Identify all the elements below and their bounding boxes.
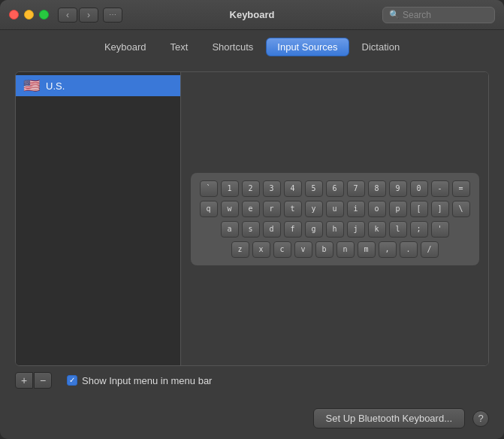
key-comma: , <box>379 241 397 258</box>
key-p: p <box>389 201 407 217</box>
key-period: . <box>400 241 418 258</box>
traffic-lights <box>9 10 49 20</box>
key-g: g <box>305 221 323 238</box>
key-y: y <box>305 201 323 217</box>
key-w: w <box>221 201 239 217</box>
key-o: o <box>368 201 386 217</box>
key-q: q <box>200 201 218 217</box>
bottom-controls: + − ✓ Show Input menu in menu bar <box>15 372 489 389</box>
grid-button[interactable]: ⋯ <box>103 8 122 23</box>
search-icon: 🔍 <box>389 10 400 20</box>
main-panel: 🇺🇸 U.S. ` 1 2 3 4 5 6 7 <box>15 71 489 366</box>
back-button[interactable]: ‹ <box>58 8 77 23</box>
titlebar: ‹ › ⋯ Keyboard 🔍 <box>0 0 504 30</box>
show-input-menu-checkbox[interactable]: ✓ <box>67 375 77 386</box>
window-title: Keyboard <box>230 9 275 20</box>
checkmark-icon: ✓ <box>69 377 75 384</box>
key-a: a <box>221 221 239 238</box>
key-9: 9 <box>389 180 407 197</box>
key-f: f <box>284 221 302 238</box>
key-equals: = <box>452 180 470 197</box>
key-8: 8 <box>368 180 386 197</box>
key-lbracket: [ <box>410 201 428 217</box>
key-backtick: ` <box>200 180 218 197</box>
content-area: 🇺🇸 U.S. ` 1 2 3 4 5 6 7 <box>0 62 504 401</box>
input-source-list: 🇺🇸 U.S. <box>16 72 181 365</box>
key-quote: ' <box>431 221 449 238</box>
us-flag-icon: 🇺🇸 <box>23 79 40 92</box>
key-h: h <box>326 221 344 238</box>
key-6: 6 <box>326 180 344 197</box>
key-x: x <box>252 241 270 258</box>
tab-dictation[interactable]: Dictation <box>351 38 412 56</box>
key-slash: / <box>421 241 439 258</box>
key-u: u <box>326 201 344 217</box>
keyboard-widget: ` 1 2 3 4 5 6 7 8 9 0 - = <box>191 173 479 265</box>
keyboard-preview-area: ` 1 2 3 4 5 6 7 8 9 0 - = <box>181 72 488 365</box>
tab-text[interactable]: Text <box>159 38 200 56</box>
key-n: n <box>337 241 355 258</box>
key-i: i <box>347 201 365 217</box>
key-m: m <box>358 241 376 258</box>
nav-buttons: ‹ › <box>58 8 98 23</box>
key-v: v <box>294 241 312 258</box>
key-row-4: z x c v b n m , . / <box>200 241 470 258</box>
footer: Set Up Bluetooth Keyboard... ? <box>0 401 504 439</box>
close-button[interactable] <box>9 10 19 20</box>
forward-button[interactable]: › <box>79 8 98 23</box>
search-input[interactable] <box>403 10 488 20</box>
key-d: d <box>263 221 281 238</box>
key-z: z <box>231 241 249 258</box>
remove-source-button[interactable]: − <box>34 372 52 389</box>
key-j: j <box>347 221 365 238</box>
key-k: k <box>368 221 386 238</box>
key-minus: - <box>431 180 449 197</box>
key-e: e <box>242 201 260 217</box>
key-row-3: a s d f g h j k l ; ' <box>200 221 470 238</box>
show-input-menu-row: ✓ Show Input menu in menu bar <box>67 375 212 386</box>
key-semicolon: ; <box>410 221 428 238</box>
key-3: 3 <box>263 180 281 197</box>
input-source-label: U.S. <box>46 80 65 92</box>
bluetooth-keyboard-button[interactable]: Set Up Bluetooth Keyboard... <box>313 408 465 428</box>
tab-input-sources[interactable]: Input Sources <box>266 38 349 56</box>
key-row-1: ` 1 2 3 4 5 6 7 8 9 0 - = <box>200 180 470 197</box>
key-1: 1 <box>221 180 239 197</box>
add-source-button[interactable]: + <box>15 372 33 389</box>
tab-keyboard[interactable]: Keyboard <box>93 38 158 56</box>
key-2: 2 <box>242 180 260 197</box>
add-remove-buttons: + − <box>15 372 52 389</box>
keyboard-window: ‹ › ⋯ Keyboard 🔍 Keyboard Text Shortcuts… <box>0 0 504 439</box>
help-button[interactable]: ? <box>472 410 489 427</box>
key-0: 0 <box>410 180 428 197</box>
show-input-menu-label: Show Input menu in menu bar <box>82 375 212 386</box>
key-s: s <box>242 221 260 238</box>
search-box[interactable]: 🔍 <box>382 7 495 23</box>
key-row-2: q w e r t y u i o p [ ] \ <box>200 201 470 217</box>
tab-shortcuts[interactable]: Shortcuts <box>201 38 264 56</box>
key-5: 5 <box>305 180 323 197</box>
tabs-bar: Keyboard Text Shortcuts Input Sources Di… <box>0 30 504 62</box>
key-backslash: \ <box>452 201 470 217</box>
key-r: r <box>263 201 281 217</box>
key-7: 7 <box>347 180 365 197</box>
key-c: c <box>273 241 291 258</box>
key-t: t <box>284 201 302 217</box>
minimize-button[interactable] <box>24 10 34 20</box>
key-rbracket: ] <box>431 201 449 217</box>
key-l: l <box>389 221 407 238</box>
key-b: b <box>315 241 333 258</box>
input-source-us[interactable]: 🇺🇸 U.S. <box>16 75 180 96</box>
maximize-button[interactable] <box>39 10 49 20</box>
key-4: 4 <box>284 180 302 197</box>
